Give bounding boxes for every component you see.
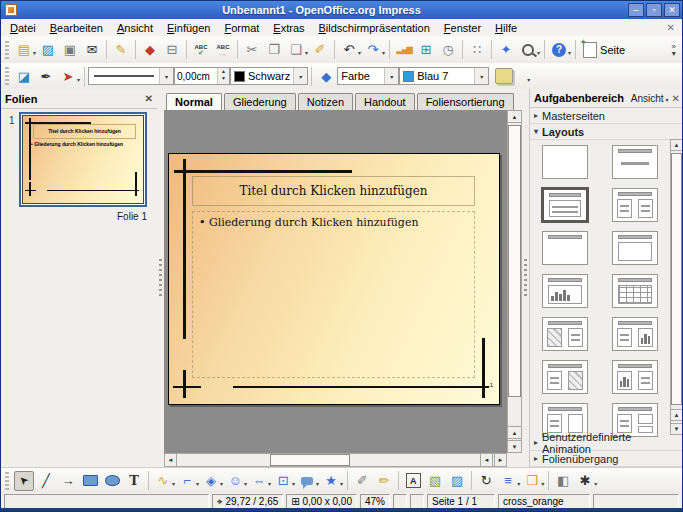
connector-dropdown-icon[interactable]: ▾ (196, 480, 199, 487)
open-icon[interactable]: ▨ (38, 40, 58, 60)
autospellcheck-icon[interactable]: ABC ﹏ (213, 40, 233, 60)
select-tool[interactable]: ➤ (14, 471, 34, 491)
toolbar-overflow-icon[interactable]: ▾ (594, 480, 597, 487)
new-dropdown-icon[interactable]: ▾ (33, 49, 36, 56)
gallery-tool[interactable]: ▧ (425, 471, 445, 491)
redo-icon[interactable]: ↷ (363, 40, 383, 60)
copy-icon[interactable]: ❐ (264, 40, 284, 60)
stars-tool[interactable]: ★ (321, 471, 341, 491)
menu-ansicht[interactable]: Ansicht (110, 21, 160, 35)
arrange-dropdown-icon[interactable]: ▾ (541, 480, 544, 487)
toolbar-more-icon[interactable]: » ▾ (672, 43, 678, 57)
edit-points-tool[interactable]: ✐ (352, 471, 372, 491)
alignment-tool[interactable]: ≡ (498, 471, 518, 491)
view-dropdown-icon[interactable]: ▾ (666, 96, 669, 103)
symbol-shapes-tool[interactable]: ☺ (225, 471, 245, 491)
layout-thumb-clipart-text[interactable] (542, 317, 588, 351)
stars-dropdown-icon[interactable]: ▾ (340, 480, 343, 487)
page-button[interactable]: Seite (579, 42, 629, 58)
print-icon[interactable]: ⊟ (162, 40, 182, 60)
curve-tool[interactable]: ∿ (153, 471, 173, 491)
tab-foliensortierung[interactable]: Foliensortierung (417, 93, 514, 110)
scroll-left-icon[interactable]: ◄ (164, 453, 177, 467)
redo-dropdown-icon[interactable]: ▾ (382, 49, 385, 56)
line-style-dropdown-icon[interactable]: ▾ (159, 68, 173, 84)
layout-thumb-title-content[interactable] (612, 145, 658, 179)
slide-thumbnail[interactable]: Titel durch Klicken hinzufügen • Glieder… (19, 112, 147, 207)
menu-fenster[interactable]: Fenster (437, 21, 488, 35)
line-width-input[interactable] (175, 68, 217, 84)
toolbar-grip[interactable] (5, 67, 9, 85)
arrow-style-icon[interactable]: ➤ (58, 66, 78, 86)
scroll-thumb[interactable] (671, 153, 682, 405)
layout-thumb-title-only[interactable] (542, 231, 588, 265)
line-tool[interactable]: ╱ (36, 471, 56, 491)
toolbar-grip[interactable] (5, 472, 9, 490)
splitter-handle[interactable] (159, 259, 162, 299)
title-placeholder[interactable]: Titel durch Klicken hinzufügen (192, 176, 475, 206)
flowchart-dropdown-icon[interactable]: ▾ (292, 480, 295, 487)
menu-einfuegen[interactable]: Einfügen (160, 21, 217, 35)
paste-icon[interactable]: ❑ (286, 40, 306, 60)
edit-points-mode-icon[interactable]: ◪ (14, 66, 34, 86)
menu-bearbeiten[interactable]: Bearbeiten (43, 21, 110, 35)
toolbar-grip[interactable] (5, 41, 9, 59)
arrow-tool[interactable]: → (58, 471, 78, 491)
email-icon[interactable]: ✉ (82, 40, 102, 60)
scroll-up2-icon[interactable]: ▲ (670, 409, 683, 421)
tab-gliederung[interactable]: Gliederung (224, 93, 296, 110)
minimize-button[interactable]: – (628, 3, 644, 17)
arrow-style-dropdown-icon[interactable]: ▾ (77, 76, 80, 83)
slide[interactable]: Titel durch Klicken hinzufügen • Glieder… (168, 153, 500, 405)
fill-color-select[interactable]: Blau 7 ▾ (399, 67, 489, 85)
task-pane-view-menu[interactable]: Ansicht (631, 93, 664, 104)
interaction-tool[interactable]: ✱ (575, 471, 595, 491)
undo-dropdown-icon[interactable]: ▾ (358, 49, 361, 56)
ellipse-tool[interactable] (102, 471, 122, 491)
task-pane-close-icon[interactable]: ✕ (672, 93, 680, 104)
glue-points-tool[interactable]: ✏ (374, 471, 394, 491)
scroll-up-icon[interactable]: ▲ (507, 110, 522, 123)
maximize-button[interactable]: ▫ (646, 3, 662, 17)
rectangle-tool[interactable] (80, 471, 100, 491)
vertical-scrollbar[interactable]: ▲ ▲ ▼ (507, 110, 522, 453)
layout-thumb-chart-text[interactable] (612, 360, 658, 394)
zoom-icon[interactable] (518, 40, 538, 60)
scroll-left2-icon[interactable]: ◄ (480, 453, 493, 467)
alignment-dropdown-icon[interactable]: ▾ (517, 480, 520, 487)
block-arrows-tool[interactable]: ⇔ (249, 471, 269, 491)
new-document-icon[interactable]: ▤ (14, 40, 34, 60)
menu-datei[interactable]: Datei (3, 21, 43, 35)
section-animation[interactable]: ▸ Benutzerdefinierte Animation (530, 435, 683, 451)
navigator-icon[interactable]: ✦ (496, 40, 516, 60)
line-color-select[interactable]: Schwarz ▾ (230, 67, 308, 85)
help-icon[interactable]: ? (549, 40, 569, 60)
menu-format[interactable]: Format (217, 21, 266, 35)
tab-handout[interactable]: Handout (355, 93, 415, 110)
fill-color-dropdown-icon[interactable]: ▾ (474, 68, 488, 84)
horizontal-scrollbar[interactable]: ◄ ◄ ► (164, 453, 507, 467)
layout-thumb-title-spreadsheet[interactable] (612, 274, 658, 308)
flowchart-tool[interactable]: ⊡ (273, 471, 293, 491)
chart-icon[interactable]: ▂▄▆ (394, 40, 414, 60)
edit-file-icon[interactable]: ✎ (111, 40, 131, 60)
callouts-tool[interactable] (297, 471, 317, 491)
toolbar-overflow-icon[interactable]: ▾ (527, 76, 530, 83)
title-bar[interactable]: Unbenannt1 - OpenOffice.org Impress – ▫ … (1, 1, 682, 19)
scroll-up-icon[interactable]: ▲ (670, 139, 683, 151)
close-button[interactable]: ✕ (664, 3, 680, 17)
paste-dropdown-icon[interactable]: ▾ (305, 49, 308, 56)
layout-thumb-title-frame[interactable] (612, 231, 658, 265)
from-file-tool[interactable]: ▨ (447, 471, 467, 491)
rotate-tool[interactable]: ↻ (476, 471, 496, 491)
connector-tool[interactable]: ⌐ (177, 471, 197, 491)
grid-icon[interactable]: ∷ (467, 40, 487, 60)
basic-shapes-tool[interactable]: ◈ (201, 471, 221, 491)
fill-type-dropdown-icon[interactable]: ▾ (384, 68, 398, 84)
step-down-icon[interactable]: ▼ (218, 75, 229, 82)
right-splitter[interactable] (522, 89, 529, 467)
slide-duplicate-icon[interactable]: ◷ (438, 40, 458, 60)
symbol-shapes-dropdown-icon[interactable]: ▾ (244, 480, 247, 487)
layout-thumb-blank[interactable] (542, 145, 588, 179)
line-style-pen-icon[interactable]: ✒ (36, 66, 56, 86)
